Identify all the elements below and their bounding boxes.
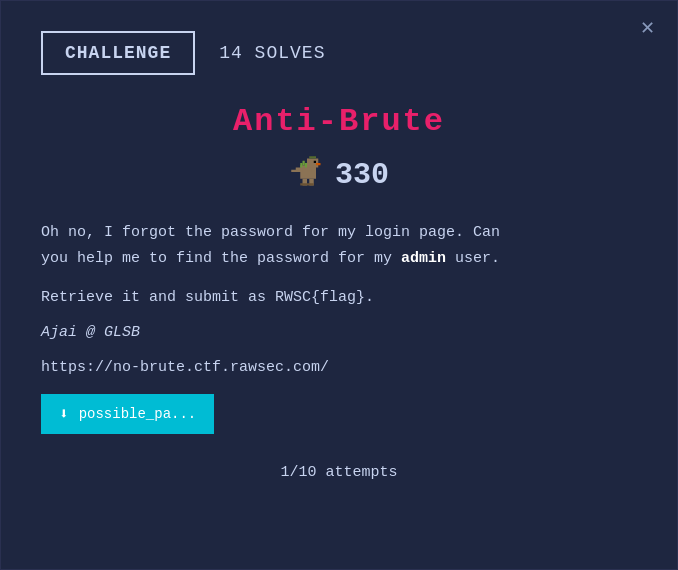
attempts-count: 1/10 attempts xyxy=(41,464,637,481)
challenge-tab: CHALLENGE xyxy=(41,31,195,75)
points-row: 330 xyxy=(41,154,637,196)
retrieve-text: Retrieve it and submit as RWSC{flag}. xyxy=(41,289,637,306)
challenge-title: Anti-Brute xyxy=(41,103,637,140)
close-button[interactable]: ✕ xyxy=(640,19,655,37)
svg-rect-5 xyxy=(291,170,298,172)
top-bar: CHALLENGE 14 SOLVES xyxy=(41,31,637,75)
svg-rect-9 xyxy=(307,183,314,185)
download-icon: ⬇ xyxy=(59,404,69,424)
challenge-modal: ✕ CHALLENGE 14 SOLVES Anti-Brute xyxy=(0,0,678,570)
author-text: Ajai @ GLSB xyxy=(41,324,637,341)
points-value: 330 xyxy=(335,158,389,192)
svg-rect-12 xyxy=(300,163,302,168)
desc-part1: Oh no, I forgot the password for my logi… xyxy=(41,224,500,241)
challenge-link: https://no-brute.ctf.rawsec.com/ xyxy=(41,359,637,376)
admin-word: admin xyxy=(401,250,446,267)
download-label: possible_pa... xyxy=(79,406,197,422)
svg-rect-14 xyxy=(305,163,307,168)
svg-rect-2 xyxy=(314,161,316,163)
svg-rect-8 xyxy=(300,183,307,185)
svg-rect-11 xyxy=(309,156,316,158)
challenge-description: Oh no, I forgot the password for my logi… xyxy=(41,220,637,271)
svg-rect-10 xyxy=(311,170,316,172)
dino-icon xyxy=(289,154,325,196)
solves-count: 14 SOLVES xyxy=(219,43,325,63)
download-button[interactable]: ⬇ possible_pa... xyxy=(41,394,214,434)
desc-part2: you help me to find the password for my xyxy=(41,250,392,267)
svg-rect-13 xyxy=(302,161,304,166)
svg-rect-3 xyxy=(316,163,321,165)
desc-part3: user. xyxy=(455,250,500,267)
